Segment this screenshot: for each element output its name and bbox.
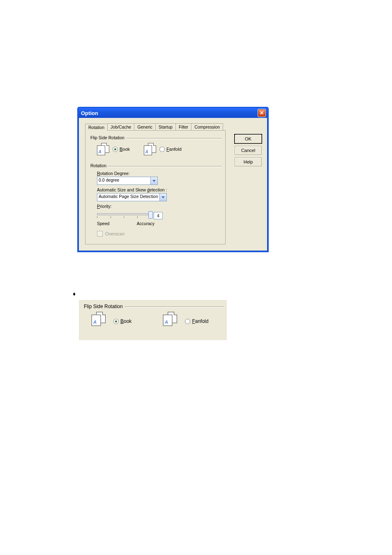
label-accuracy: Accuracy (137, 221, 154, 226)
combo-auto-detection[interactable]: Automatic Page Size Detection (97, 193, 167, 201)
close-icon[interactable]: ✕ (258, 109, 266, 117)
tab-compression[interactable]: Compression (191, 123, 223, 130)
radio-fanfold[interactable] (159, 147, 165, 152)
detail-group-label: Flip Side Rotation (82, 304, 125, 309)
dialog-body: Rotation Job/Cache Generic Startup Filte… (78, 118, 267, 251)
flip-side-detail-panel: Flip Side Rotation Book Fanfold (79, 300, 227, 340)
group-label-flip-side: Flip Side Rotation (89, 135, 126, 140)
detail-radio-fanfold-label: Fanfold (192, 318, 208, 324)
label-rotation-degree: Rotation Degree: (97, 171, 219, 176)
detail-radio-book-label: Book (120, 318, 131, 324)
tab-strip: Rotation Job/Cache Generic Startup Filte… (85, 122, 263, 130)
combo-rotation-degree-value: 0.0 degree (97, 177, 150, 184)
dialog-buttons: OK Cancel Help (235, 134, 262, 166)
combo-auto-detection-value: Automatic Page Size Detection (97, 193, 159, 201)
label-priority: Priority: (97, 204, 219, 209)
dialog-title: Option (81, 110, 98, 116)
detail-radio-fanfold[interactable] (185, 319, 190, 324)
tab-generic[interactable]: Generic (134, 123, 156, 130)
checkbox-icon (97, 231, 103, 237)
fanfold-icon (163, 312, 185, 331)
label-speed: Speed (97, 221, 109, 226)
group-label-rotation: Rotation (89, 163, 108, 168)
book-icon (92, 312, 113, 331)
bullet-icon: ♦ (73, 290, 76, 297)
tab-job-cache[interactable]: Job/Cache (107, 123, 134, 130)
tab-rotation[interactable]: Rotation (85, 124, 108, 131)
tab-startup[interactable]: Startup (155, 123, 176, 130)
detail-option-book[interactable]: Book (93, 313, 131, 329)
slider-thumb[interactable] (148, 211, 153, 219)
chevron-down-icon[interactable] (159, 193, 166, 201)
option-book[interactable]: Book (97, 143, 130, 155)
group-flip-side: Flip Side Rotation Book Fa (89, 135, 222, 159)
label-overscan: Overscan (105, 231, 125, 236)
book-icon (97, 143, 111, 155)
option-dialog: Option ✕ Rotation Job/Cache Generic Star… (77, 107, 269, 252)
radio-book[interactable] (113, 147, 118, 152)
priority-slider[interactable] (97, 211, 150, 220)
detail-radio-book[interactable] (113, 319, 119, 324)
radio-book-label: Book (120, 147, 130, 152)
radio-fanfold-label: Fanfold (166, 147, 182, 152)
chevron-down-icon[interactable] (150, 177, 157, 184)
option-fanfold[interactable]: Fanfold (144, 143, 182, 155)
tab-filter[interactable]: Filter (175, 123, 191, 130)
priority-value: 4 (154, 212, 163, 219)
fanfold-icon (144, 143, 158, 155)
combo-rotation-degree[interactable]: 0.0 degree (97, 177, 158, 185)
detail-option-fanfold[interactable]: Fanfold (164, 313, 208, 329)
checkbox-overscan: Overscan (97, 231, 219, 237)
ok-button[interactable]: OK (235, 134, 262, 143)
titlebar[interactable]: Option ✕ (78, 108, 267, 118)
tab-panel-rotation: Flip Side Rotation Book Fa (85, 130, 226, 244)
label-auto-detection: Automatic Size and Skew detection : (97, 187, 219, 192)
cancel-button[interactable]: Cancel (235, 146, 262, 155)
group-rotation: Rotation Rotation Degree: 0.0 degree Aut… (89, 163, 222, 240)
help-button[interactable]: Help (235, 157, 262, 166)
